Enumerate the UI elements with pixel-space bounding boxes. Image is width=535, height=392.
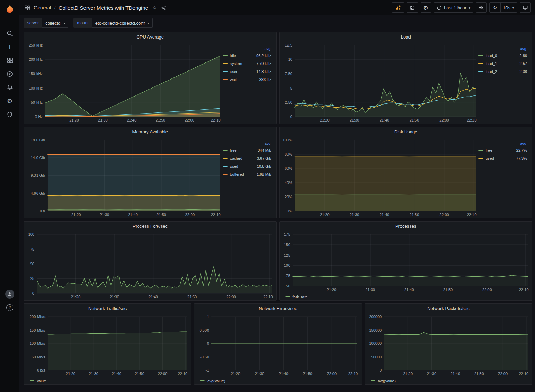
legend-item[interactable]: free344 Mib [223, 146, 271, 154]
chart[interactable]: 05000010000015000020000021:2021:3021:402… [366, 313, 530, 377]
legend-label[interactable]: cached [230, 156, 242, 160]
legend-calc-header[interactable]: avg [223, 47, 271, 51]
dashboard-settings-button[interactable]: ⚙ [421, 2, 431, 13]
svg-text:100 kHz: 100 kHz [29, 86, 43, 90]
svg-text:0%: 0% [287, 209, 292, 213]
legend-item[interactable]: wait386 Hz [223, 75, 271, 83]
legend-item[interactable]: avg(value) [371, 379, 396, 383]
app-root: + ⚙ [0, 0, 535, 392]
legend-label[interactable]: wait [230, 77, 237, 82]
legend-calc-header[interactable]: avg [478, 47, 526, 51]
legend-label[interactable]: load_0 [486, 53, 497, 58]
svg-text:21:30: 21:30 [89, 372, 98, 376]
refresh-interval-button[interactable]: 10s ▾ [500, 3, 517, 12]
variable-select-mount[interactable]: etc-collectd-collectd.conf ▾ [92, 18, 153, 28]
legend-item[interactable]: load_22.38 [478, 67, 527, 75]
chart[interactable]: 507510012515017521:2021:3021:4021:5022:0… [281, 231, 531, 293]
panel-title[interactable]: Network Errors/sec [194, 304, 361, 313]
svg-text:21:30: 21:30 [349, 212, 359, 217]
panel-title[interactable]: Processes [280, 222, 532, 231]
refresh-button[interactable]: ↻ [490, 3, 500, 12]
time-range-picker[interactable]: Last 1 hour ▾ [434, 2, 473, 13]
legend-item[interactable]: avg(value) [200, 379, 225, 383]
chart[interactable]: 0 b/s50 Mb/s100 Mb/s150 Mb/s200 Mb/s21:2… [25, 313, 189, 377]
svg-text:21:20: 21:20 [231, 372, 241, 376]
chart[interactable]: 025507510021:2021:3021:4021:5022:0022:10 [25, 231, 275, 300]
svg-text:21:50: 21:50 [156, 212, 166, 217]
dashboard-row: Process Fork/sec 025507510021:2021:3021:… [24, 221, 532, 301]
legend-item[interactable]: value [30, 379, 46, 383]
legend-item[interactable]: fork_rate [285, 295, 308, 299]
panel: Load 02.5057.501012.521:2021:3021:4021:5… [279, 32, 533, 124]
legend-item[interactable]: used10.8 Gib [223, 162, 271, 170]
legend-label[interactable]: value [37, 379, 46, 383]
legend-label[interactable]: idle [230, 53, 236, 58]
grafana-logo[interactable] [2, 2, 17, 17]
legend-label[interactable]: load_1 [486, 61, 497, 66]
legend-label[interactable]: system [230, 61, 242, 66]
legend-item[interactable]: system7.79 kHz [223, 59, 271, 67]
chart[interactable]: 0 b4.66 Gib9.31 Gib14.0 Gib18.6 Gib21:20… [25, 136, 223, 218]
configuration-gear-icon[interactable]: ⚙ [3, 94, 17, 108]
chart[interactable]: 02.5057.501012.521:2021:3021:4021:5022:0… [281, 42, 479, 124]
panel-title[interactable]: CPU Average [24, 32, 276, 42]
star-icon[interactable]: ☆ [152, 5, 157, 11]
legend-label[interactable]: free [230, 148, 237, 152]
svg-text:5: 5 [290, 86, 292, 90]
legend-label[interactable]: avg(value) [207, 379, 225, 383]
legend-label[interactable]: user [230, 69, 237, 74]
dashboard-toolbar: ⚙ Last 1 hour ▾ ↻ [392, 2, 531, 13]
legend-calc-header[interactable]: avg [223, 141, 271, 145]
legend-item[interactable]: idle96.2 kHz [223, 51, 271, 59]
breadcrumb-section[interactable]: General [34, 5, 51, 10]
legend-item[interactable]: cached3.67 Gib [223, 154, 271, 162]
chart[interactable]: -1-0.5000.500121:2021:3021:4021:5022:002… [196, 313, 360, 377]
panel: CPU Average 0 Hz50 kHz100 kHz150 kHz200 … [24, 32, 277, 124]
tv-mode-button[interactable] [520, 2, 531, 13]
panel-title[interactable]: Memory Available [24, 127, 276, 136]
dashboards-icon[interactable] [3, 53, 17, 67]
panel-title[interactable]: Load [280, 32, 532, 42]
panel-title[interactable]: Disk Usage [280, 127, 532, 136]
legend-item[interactable]: user14.3 kHz [223, 67, 271, 75]
svg-text:21:40: 21:40 [379, 212, 389, 217]
panel-title[interactable]: Process Fork/sec [24, 222, 276, 231]
svg-text:21:40: 21:40 [404, 287, 414, 292]
variable-mount: mount etc-collectd-collectd.conf ▾ [73, 18, 153, 28]
help-icon[interactable]: ? [3, 301, 17, 314]
legend-item[interactable]: free22.7% [478, 146, 527, 154]
legend-item[interactable]: load_12.57 [478, 59, 527, 67]
legend-label[interactable]: used [230, 164, 238, 168]
legend-value: 77.3% [516, 156, 527, 160]
legend-label[interactable]: avg(value) [378, 379, 396, 383]
avatar[interactable] [3, 287, 17, 301]
refresh-button-group: ↻ 10s ▾ [489, 2, 517, 13]
share-icon[interactable] [161, 5, 166, 10]
legend-swatch [223, 158, 228, 159]
legend-item[interactable]: used77.3% [478, 154, 527, 162]
dashboard-grid-icon[interactable] [24, 5, 30, 11]
legend-label[interactable]: free [486, 148, 492, 152]
zoom-out-icon [479, 5, 484, 10]
panel-title[interactable]: Network Traffic/sec [24, 304, 191, 313]
chart[interactable]: 0%20%40%60%80%100%21:2021:3021:4021:5022… [281, 136, 479, 218]
variable-select-server[interactable]: collectd ▾ [42, 18, 68, 28]
legend-label[interactable]: fork_rate [293, 295, 308, 299]
legend-label[interactable]: buffered [230, 172, 244, 176]
legend-calc-header[interactable]: avg [478, 141, 526, 145]
legend-label[interactable]: load_2 [486, 69, 497, 74]
panel-title[interactable]: Network Packets/sec [365, 304, 532, 313]
zoom-out-button[interactable] [476, 2, 487, 13]
create-icon[interactable]: + [3, 40, 17, 53]
search-icon[interactable] [3, 26, 17, 40]
explore-compass-icon[interactable] [3, 67, 17, 81]
alerting-bell-icon[interactable] [3, 81, 17, 94]
legend-item[interactable]: buffered1.68 Mib [223, 170, 271, 178]
panel-body: 0 b/s50 Mb/s100 Mb/s150 Mb/s200 Mb/s21:2… [24, 313, 191, 377]
server-admin-shield-icon[interactable] [3, 108, 17, 121]
legend-item[interactable]: load_02.86 [478, 51, 527, 59]
add-panel-button[interactable] [392, 2, 404, 13]
chart[interactable]: 0 Hz50 kHz100 kHz150 kHz200 kHz250 kHz21… [25, 42, 223, 124]
save-dashboard-button[interactable] [407, 2, 418, 13]
legend-label[interactable]: used [486, 156, 494, 160]
